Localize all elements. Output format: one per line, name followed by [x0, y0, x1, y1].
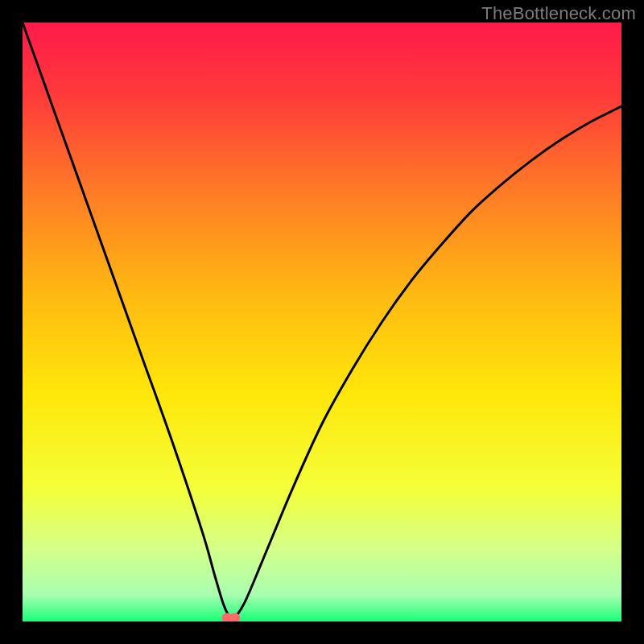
- chart-frame: TheBottleneck.com: [0, 0, 644, 644]
- svg-rect-0: [23, 23, 621, 621]
- plot-area: [23, 23, 621, 621]
- watermark: TheBottleneck.com: [481, 3, 636, 24]
- background-gradient: [23, 23, 621, 621]
